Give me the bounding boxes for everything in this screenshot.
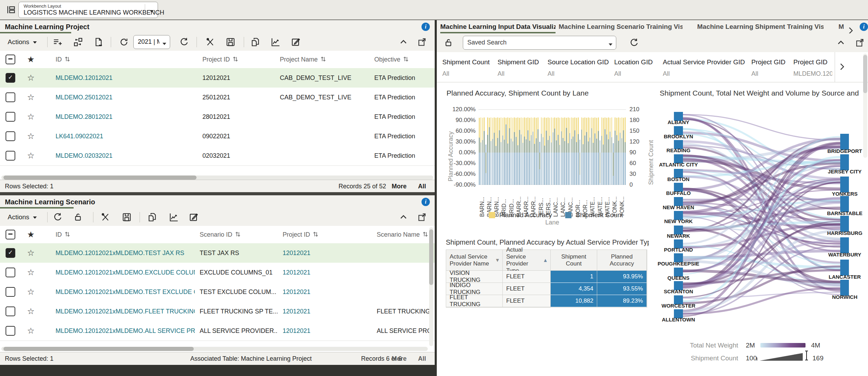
unlock-icon[interactable] bbox=[444, 38, 453, 48]
filters-next-button[interactable] bbox=[835, 52, 849, 82]
more-button[interactable]: More bbox=[392, 355, 407, 362]
filter-label-7[interactable]: Project GID bbox=[793, 58, 827, 66]
copy-icon[interactable] bbox=[251, 37, 260, 47]
cell-id[interactable]: MLDEMO.12012021xMLDEMO.ALL SERVICE PROVI… bbox=[56, 327, 195, 335]
filter-label-4[interactable]: Location GID bbox=[614, 58, 653, 66]
favorite-star-icon[interactable]: ☆ bbox=[27, 268, 35, 277]
cut-icon[interactable] bbox=[100, 212, 110, 222]
new-document-icon[interactable] bbox=[94, 37, 103, 47]
sort-icon[interactable] bbox=[422, 231, 429, 238]
sort-icon[interactable] bbox=[64, 231, 71, 238]
column-header-project-id[interactable]: Project ID bbox=[202, 56, 239, 63]
row-checkbox[interactable] bbox=[6, 92, 15, 102]
table-row[interactable]: ✓☆MLDEMO.12012021xMLDEMO.TEST JAX RSTEST… bbox=[0, 243, 435, 263]
provider-table-row[interactable]: INDIGO TRUCKINGFLEET4,35493.55% bbox=[446, 283, 647, 295]
cell-project-id[interactable]: 12012021 bbox=[283, 288, 372, 296]
column-header-project-name[interactable]: Project Name bbox=[280, 56, 327, 63]
tab-4[interactable]: M bbox=[838, 23, 845, 31]
cell-id[interactable]: MLDEMO.25012021 bbox=[56, 94, 198, 101]
more-button[interactable]: More bbox=[392, 183, 407, 190]
filter-label-1[interactable]: Shipment Count bbox=[442, 58, 490, 66]
all-button[interactable]: All bbox=[418, 355, 426, 362]
scrollbar-thumb[interactable] bbox=[3, 175, 197, 180]
favorite-star-icon[interactable]: ☆ bbox=[27, 131, 35, 141]
scenario-vscrollbar[interactable] bbox=[429, 227, 433, 346]
edit-icon[interactable] bbox=[189, 212, 199, 222]
project-saved-search-select[interactable]: 2021 | M bbox=[133, 35, 170, 49]
row-checkbox[interactable]: ✓ bbox=[6, 248, 15, 258]
workbench-layout-select[interactable]: Workbench Layout LOGISTICS MACHINE LEARN… bbox=[18, 2, 158, 18]
filter-label-6[interactable]: Project GID bbox=[751, 58, 785, 66]
cell-id[interactable]: MLDEMO.02032021 bbox=[56, 152, 198, 160]
sort-icon[interactable] bbox=[234, 231, 241, 238]
save-icon[interactable] bbox=[122, 212, 132, 222]
collapse-panel-icon[interactable] bbox=[836, 38, 846, 48]
filter-value-2[interactable]: All bbox=[498, 70, 543, 77]
project-actions-button[interactable]: Actions bbox=[8, 38, 37, 46]
favorite-star-icon[interactable]: ☆ bbox=[27, 92, 35, 102]
right-panel-vscrollbar[interactable] bbox=[863, 54, 867, 158]
scrollbar-thumb[interactable] bbox=[3, 347, 194, 351]
chart-icon[interactable] bbox=[169, 212, 178, 222]
cell-project-id[interactable]: 12012021 bbox=[283, 308, 372, 315]
provider-col-2[interactable]: Actual Service Provider Type ▴ bbox=[503, 250, 551, 271]
favorite-star-icon[interactable]: ☆ bbox=[27, 151, 35, 161]
caret-down-icon[interactable] bbox=[149, 8, 154, 11]
refresh-icon[interactable] bbox=[629, 38, 639, 48]
filter-value-4[interactable]: All bbox=[614, 70, 659, 77]
favorite-star-icon[interactable]: ☆ bbox=[27, 248, 35, 258]
column-header-id[interactable]: ID bbox=[56, 231, 71, 238]
filter-label-3[interactable]: Source Location GID bbox=[548, 58, 609, 66]
info-icon[interactable]: i bbox=[860, 23, 868, 31]
cell-project-id[interactable]: 12012021 bbox=[283, 327, 372, 335]
provider-col-4[interactable]: Planned Accuracy bbox=[597, 250, 647, 271]
cell-id[interactable]: LK641.09022021 bbox=[56, 133, 198, 140]
filter-value-5[interactable]: All bbox=[663, 70, 708, 77]
table-row[interactable]: ☆LK641.0902202109022021ETA Prediction bbox=[0, 126, 435, 146]
provider-col-1[interactable]: Actual Service Provider Name ▾ bbox=[446, 250, 503, 271]
sort-icon[interactable] bbox=[232, 56, 239, 63]
table-row[interactable]: ☆MLDEMO.12012021xMLDEMO.ALL SERVICE PROV… bbox=[0, 321, 435, 341]
sync-icon[interactable] bbox=[119, 37, 129, 47]
cell-id[interactable]: MLDEMO.12012021xMLDEMO.FLEET TRUCKING S.… bbox=[56, 308, 195, 315]
tab-1[interactable]: Machine Learning Input Data Visualizatio… bbox=[440, 23, 556, 31]
filter-value-7[interactable]: MLDEMO.120120 bbox=[793, 70, 832, 77]
row-checkbox[interactable] bbox=[6, 268, 15, 277]
collapse-panel-icon[interactable] bbox=[399, 37, 408, 47]
column-header-id[interactable]: ID bbox=[56, 56, 71, 63]
column-header-scenario-id[interactable]: Scenario ID bbox=[200, 231, 241, 238]
project-hscrollbar[interactable] bbox=[1, 175, 433, 180]
select-all-checkbox[interactable] bbox=[6, 55, 15, 64]
cell-id[interactable]: MLDEMO.12012021xMLDEMO.TEST EXCLUDE COL.… bbox=[56, 288, 195, 296]
cell-id[interactable]: MLDEMO.28012021 bbox=[56, 113, 198, 121]
sort-icon[interactable] bbox=[64, 56, 71, 63]
row-checkbox[interactable] bbox=[6, 131, 15, 141]
filter-value-3[interactable]: All bbox=[548, 70, 593, 77]
row-checkbox[interactable] bbox=[6, 112, 15, 122]
table-row[interactable]: ☆MLDEMO.12012021xMLDEMO.TEST EXCLUDE COL… bbox=[0, 282, 435, 302]
favorite-star-icon[interactable]: ☆ bbox=[27, 326, 35, 336]
finder-compare-icon[interactable] bbox=[73, 37, 83, 47]
sort-icon[interactable] bbox=[402, 56, 409, 63]
provider-table-row[interactable]: VISION TRUCKINGFLEET193.95% bbox=[446, 271, 647, 283]
cell-id[interactable]: MLDEMO.12012021 bbox=[56, 74, 198, 82]
workbench-layout-icon[interactable] bbox=[6, 5, 16, 15]
refresh-icon[interactable] bbox=[179, 37, 189, 47]
filter-label-2[interactable]: Shipment GID bbox=[498, 58, 539, 66]
filter-value-1[interactable]: All bbox=[442, 70, 487, 77]
save-icon[interactable] bbox=[226, 37, 235, 47]
table-row[interactable]: ☆MLDEMO.0203202102032021ETA Prediction bbox=[0, 146, 435, 166]
table-row[interactable]: ☆MLDEMO.2501202125012021CAB_DEMO_TEST_LI… bbox=[0, 88, 435, 107]
chart-icon[interactable] bbox=[270, 37, 280, 47]
refresh-icon[interactable] bbox=[53, 212, 62, 222]
scenario-hscrollbar[interactable] bbox=[1, 347, 428, 351]
scrollbar-thumb[interactable] bbox=[863, 55, 867, 93]
filter-value-6[interactable]: All bbox=[751, 70, 796, 77]
tab-2[interactable]: Machine Learning Scenario Training Visua… bbox=[559, 23, 683, 31]
add-row-icon[interactable] bbox=[53, 37, 62, 47]
tab-3[interactable]: Machine Learning Shipment Training Visua… bbox=[697, 23, 824, 31]
table-row[interactable]: ☆MLDEMO.2801202128012021ETA Prediction bbox=[0, 107, 435, 127]
favorite-star-icon[interactable]: ☆ bbox=[27, 287, 35, 297]
sort-desc-icon[interactable]: ▾ bbox=[496, 256, 499, 264]
column-header-scenario-name[interactable]: Scenario Name bbox=[377, 231, 429, 238]
